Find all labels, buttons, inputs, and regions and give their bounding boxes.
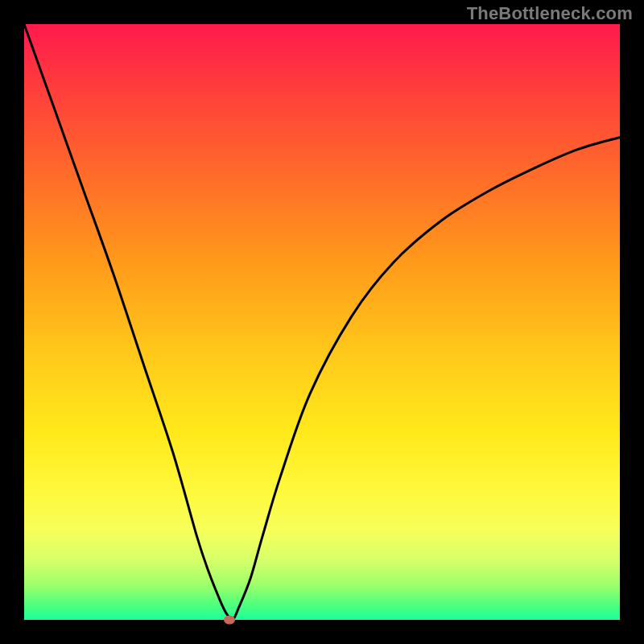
plot-area bbox=[24, 24, 620, 620]
curve-svg bbox=[24, 24, 620, 620]
watermark-text: TheBottleneck.com bbox=[467, 3, 633, 24]
bottleneck-curve bbox=[24, 24, 620, 620]
frame: TheBottleneck.com bbox=[0, 0, 644, 644]
minimum-marker bbox=[224, 616, 235, 625]
